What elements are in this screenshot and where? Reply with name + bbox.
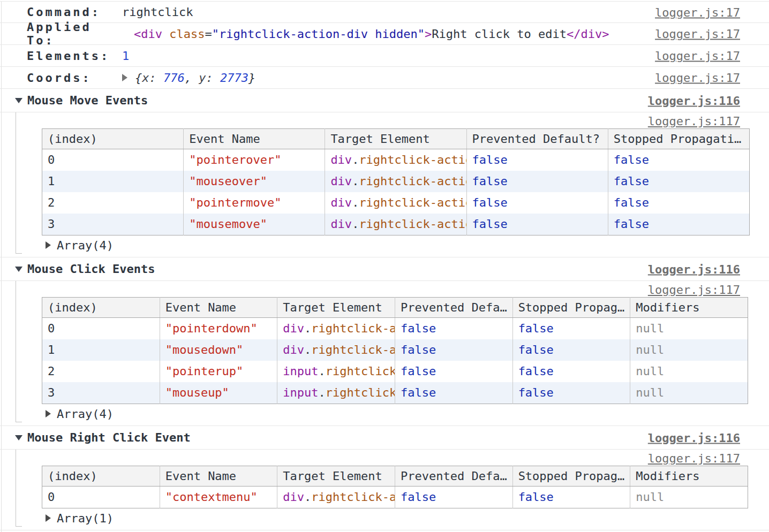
col-index[interactable]: (index)	[42, 129, 184, 149]
console-row-coords: Coords: {x: 776, y: 2773} logger.js:17	[0, 67, 769, 89]
source-link[interactable]: logger.js:17	[655, 71, 740, 85]
target-dot: .	[304, 490, 311, 504]
target-dot: .	[352, 217, 359, 231]
cell-target: div.rightclick-action-div	[277, 318, 395, 340]
col-prevented-default[interactable]: Prevented Defa…	[395, 466, 512, 487]
cell-prevented: false	[395, 318, 512, 340]
group-title: Mouse Move Events	[27, 94, 148, 107]
event-name-value: "mouseover"	[189, 174, 267, 188]
col-event-name[interactable]: Event Name	[160, 466, 277, 487]
target-dot: .	[319, 386, 326, 399]
group-title: Mouse Click Events	[27, 262, 155, 276]
col-target-element[interactable]: Target Element	[277, 298, 395, 318]
stopped-value: false	[614, 153, 649, 166]
table-row: 1 "mouseover" div.rightclick-action-div …	[42, 171, 750, 192]
group-header-mouse-click-events[interactable]: Mouse Click Events logger.js:116	[0, 257, 769, 281]
col-target-element[interactable]: Target Element	[277, 466, 395, 487]
cell-prevented: false	[395, 382, 512, 404]
event-name-value: "contextmenu"	[165, 490, 258, 504]
group-content-mouse-move-events: logger.js:117 (index) Event Name Target …	[0, 112, 769, 257]
source-link[interactable]: logger.js:116	[648, 94, 740, 107]
cell-index: 2	[42, 361, 160, 382]
applied-to-label: Applied To:	[27, 20, 122, 47]
attr-value: "rightclick-action-div hidden"	[212, 27, 425, 41]
expand-triangle-icon[interactable]	[46, 241, 51, 249]
array-label: Array(4)	[57, 407, 114, 421]
table-row: 3 "mousemove" div.rightclick-action-div …	[42, 214, 750, 235]
target-class: rightclick-action-div	[359, 196, 466, 209]
group-header-mouse-right-click-event[interactable]: Mouse Right Click Event logger.js:116	[0, 426, 769, 450]
cell-prevented: false	[395, 339, 512, 361]
event-name-value: "mousedown"	[165, 343, 244, 356]
target-tag: input	[283, 364, 318, 378]
source-link[interactable]: logger.js:17	[655, 5, 740, 19]
collapse-triangle-icon[interactable]	[15, 267, 22, 272]
target-dot: .	[352, 174, 359, 188]
col-event-name[interactable]: Event Name	[184, 129, 325, 149]
col-prevented-default[interactable]: Prevented Defa…	[395, 298, 512, 318]
cell-index: 2	[42, 192, 184, 214]
html-element-preview[interactable]: <div class="rightclick-action-div hidden…	[134, 27, 609, 41]
event-name-value: "pointermove"	[189, 196, 281, 209]
cell-stopped: false	[512, 361, 630, 382]
col-stopped-propagation[interactable]: Stopped Propag…	[512, 466, 630, 487]
table-row: 0 "pointerover" div.rightclick-action-di…	[42, 149, 750, 171]
array-preview[interactable]: Array(4)	[42, 235, 769, 255]
col-event-name[interactable]: Event Name	[160, 298, 277, 318]
prevented-value: false	[401, 364, 436, 378]
coords-y-value: 2773	[220, 71, 248, 85]
collapse-triangle-icon[interactable]	[15, 435, 22, 440]
expand-triangle-icon[interactable]	[46, 410, 51, 417]
modifiers-value: null	[636, 386, 664, 399]
col-modifiers[interactable]: Modifiers	[630, 466, 748, 487]
col-prevented-default[interactable]: Prevented Default?	[466, 129, 608, 149]
source-link[interactable]: logger.js:116	[648, 431, 740, 444]
col-stopped-propagation[interactable]: Stopped Propagati…	[608, 129, 749, 149]
cell-prevented: false	[395, 487, 512, 508]
table-row: 1 "mousedown" div.rightclick-action-div …	[42, 339, 748, 361]
cell-modifiers: null	[630, 339, 748, 361]
cell-prevented: false	[466, 214, 608, 235]
cell-stopped: false	[608, 149, 749, 171]
cell-index: 3	[42, 214, 184, 235]
stopped-value: false	[518, 490, 554, 504]
col-stopped-propagation[interactable]: Stopped Propag…	[512, 298, 630, 318]
table-header-row: (index) Event Name Target Element Preven…	[42, 129, 750, 149]
cell-event: "pointerup"	[160, 361, 277, 382]
brace-close: }	[248, 71, 255, 85]
table-source-line: logger.js:117	[42, 450, 769, 466]
source-link[interactable]: logger.js:17	[655, 49, 740, 63]
source-link[interactable]: logger.js:117	[648, 283, 740, 297]
col-target-element[interactable]: Target Element	[325, 129, 466, 149]
expand-triangle-icon[interactable]	[122, 74, 127, 81]
array-preview[interactable]: Array(4)	[42, 404, 769, 423]
array-preview[interactable]: Array(1)	[42, 508, 769, 528]
cell-stopped: false	[512, 339, 630, 361]
source-link[interactable]: logger.js:17	[655, 27, 740, 41]
stopped-value: false	[518, 364, 554, 378]
source-link[interactable]: logger.js:116	[648, 262, 740, 276]
event-name-value: "mousemove"	[189, 217, 267, 231]
table-row: 3 "mouseup" input.rightclick-action-inpu…	[42, 382, 748, 404]
prevented-value: false	[401, 322, 436, 335]
cell-target: div.rightclick-action-div	[325, 192, 466, 214]
target-tag: div	[283, 343, 304, 356]
source-link[interactable]: logger.js:117	[648, 115, 740, 128]
expand-triangle-icon[interactable]	[46, 514, 51, 522]
col-index[interactable]: (index)	[42, 298, 160, 318]
console-row-applied-to: Applied To: <div class="rightclick-actio…	[0, 23, 769, 45]
source-link[interactable]: logger.js:117	[648, 452, 740, 465]
element-inner-text: Right click to edit	[432, 27, 567, 41]
group-header-mouse-move-events[interactable]: Mouse Move Events logger.js:116	[0, 89, 769, 112]
col-modifiers[interactable]: Modifiers	[630, 298, 748, 318]
cell-event: "pointerdown"	[160, 318, 277, 340]
group-indent-guide	[16, 281, 22, 422]
collapse-triangle-icon[interactable]	[15, 98, 22, 103]
col-index[interactable]: (index)	[42, 466, 160, 487]
cell-event: "pointerover"	[184, 149, 325, 171]
group-content-mouse-click-events: logger.js:117 (index) Event Name Target …	[0, 281, 769, 426]
prevented-value: false	[472, 153, 508, 166]
elements-label: Elements:	[27, 49, 122, 63]
target-dot: .	[319, 364, 326, 378]
cell-index: 0	[42, 318, 160, 340]
